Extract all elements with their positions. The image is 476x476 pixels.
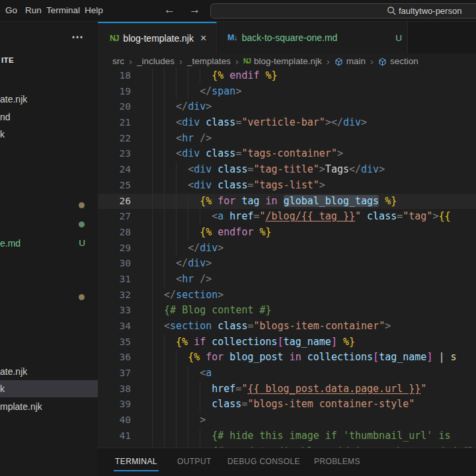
indent-guide <box>152 84 164 100</box>
close-icon[interactable]: × <box>200 32 206 44</box>
code-token: blog_post <box>229 351 283 363</box>
code-line-25[interactable]: 25<div class="tags-list"> <box>98 178 476 194</box>
code-line-content[interactable]: <hr /> <box>131 131 476 147</box>
code-line-content[interactable]: </div> <box>131 256 476 272</box>
code-line-content[interactable]: {# hide this image if 'thumbnail_url' is <box>131 428 476 444</box>
code-token: class <box>218 163 247 175</box>
tab-blog-template-njk[interactable]: NJ blog-template.njk × <box>98 22 217 54</box>
menu-go[interactable]: Go <box>5 5 17 15</box>
git-untracked-dot <box>79 221 85 227</box>
code-line-content[interactable]: </section> <box>131 288 476 303</box>
code-line-content[interactable]: {% for blog_post in collections[tag_name… <box>131 350 476 366</box>
code-line-content[interactable]: {% endfor %} <box>131 225 476 241</box>
more-actions-icon[interactable]: ⋯ <box>71 30 84 44</box>
code-line-27[interactable]: 27<a href="/blog/{{ tag }}" class="tag">… <box>98 209 476 225</box>
indent-guide <box>152 68 164 84</box>
panel-tab-problems[interactable]: PROBLEMS <box>314 457 360 466</box>
code-line-content[interactable]: {% if collections[tag_name] %} <box>131 335 476 350</box>
code-line-41[interactable]: 41{# hide this image if 'thumbnail_url' … <box>98 428 476 444</box>
code-token: > <box>337 147 343 159</box>
code-line-20[interactable]: 20</div> <box>98 99 476 115</box>
code-line-37[interactable]: 37<a <box>98 366 476 381</box>
breadcrumb-item-src[interactable]: src <box>112 56 124 66</box>
command-center-search-box[interactable]: faultytwo-person <box>210 3 476 19</box>
code-line-content[interactable]: <a href="/blog/{{ tag }}" class="tag">{{ <box>131 209 476 225</box>
code-line-38[interactable]: 38href="{{ blog_post.data.page.url }}" <box>98 381 476 397</box>
panel-tab-debug-console[interactable]: DEBUG CONSOLE <box>227 457 300 466</box>
code-line-34[interactable]: 34<section class="blogs-item-container"> <box>98 319 476 335</box>
code-token <box>206 336 212 348</box>
code-line-21[interactable]: 21<div class="verticle-bar"></div> <box>98 115 476 131</box>
code-line-content[interactable]: {% endif %} <box>131 68 476 84</box>
code-line-31[interactable]: 31<hr /> <box>98 272 476 288</box>
code-line-33[interactable]: 33{# Blog content #} <box>98 303 476 319</box>
line-number: 40 <box>98 413 131 428</box>
sidebar-file-row-untracked[interactable]: e.mdU <box>0 235 98 252</box>
code-line-29[interactable]: 29</div> <box>98 241 476 257</box>
code-line-30[interactable]: 30</div> <box>98 256 476 272</box>
sidebar-folder-row[interactable] <box>0 197 98 214</box>
breadcrumb-item-blog-template-njk[interactable]: NJblog-template.njk <box>243 56 322 66</box>
code-token: {% <box>200 226 212 238</box>
code-line-content[interactable]: <a <box>131 366 476 381</box>
indent-guide <box>176 413 188 428</box>
code-line-39[interactable]: 39class="blogs-item container-style" <box>98 397 476 413</box>
code-line-36[interactable]: 36{% for blog_post in collections[tag_na… <box>98 350 476 366</box>
sidebar-folder-row[interactable] <box>0 216 98 233</box>
code-line-24[interactable]: 24<div class="tag-title">Tags</div> <box>98 162 476 178</box>
code-line-40[interactable]: 40> <box>98 413 476 428</box>
code-line-content[interactable]: <div class="verticle-bar"></div> <box>131 115 476 131</box>
code-token: tag_name <box>284 336 331 348</box>
code-line-23[interactable]: 23<div class="tags-container"> <box>98 146 476 162</box>
indent-guide <box>188 381 200 397</box>
forward-arrow-icon[interactable]: → <box>189 3 200 17</box>
code-line-content[interactable]: </span> <box>131 84 476 100</box>
line-number: 38 <box>98 381 131 397</box>
code-line-22[interactable]: 22<hr /> <box>98 131 476 147</box>
breadcrumb-item--includes[interactable]: _includes <box>137 56 175 66</box>
code-line-28[interactable]: 28{% endfor %} <box>98 225 476 241</box>
tab-back-to-square-one-md[interactable]: M↓ back-to-square-one.md U <box>218 22 408 54</box>
sidebar-file-row[interactable]: nd <box>0 108 98 126</box>
code-line-content[interactable]: </div> <box>131 99 476 115</box>
sidebar-file-row[interactable]: k <box>0 126 98 143</box>
code-line-19[interactable]: 19</span> <box>98 84 476 100</box>
code-line-content[interactable]: <div class="tag-title">Tags</div> <box>131 162 476 178</box>
code-line-18[interactable]: 18{% endif %} <box>98 68 476 84</box>
breadcrumb-item-main[interactable]: main <box>335 56 366 66</box>
code-line-content[interactable]: </div> <box>131 241 476 257</box>
code-editor[interactable]: 18{% endif %}19</span>20</div>21<div cla… <box>98 67 476 448</box>
menu-help[interactable]: Help <box>85 5 103 15</box>
search-icon <box>387 6 397 19</box>
sidebar-file-row[interactable]: mplate.njk <box>0 398 98 415</box>
editor-tab-strip: NJ blog-template.njk × M↓ back-to-square… <box>98 22 476 54</box>
breadcrumb-item--templates[interactable]: _templates <box>187 56 231 66</box>
sidebar-file-row-selected[interactable]: k <box>0 380 98 397</box>
code-line-32[interactable]: 32</section> <box>98 288 476 303</box>
back-arrow-icon[interactable]: ← <box>164 3 175 17</box>
code-line-35[interactable]: 35{% if collections[tag_name] %} <box>98 335 476 350</box>
explorer-section-label[interactable]: ITE <box>1 56 14 64</box>
code-line-content[interactable]: {% for tag in global_blog_tags %} <box>131 194 476 210</box>
code-line-content[interactable]: href="{{ blog_post.data.page.url }}" <box>131 381 476 397</box>
sidebar-file-row[interactable]: ate.njk <box>0 363 98 380</box>
indent-guide <box>200 68 212 84</box>
code-line-content[interactable]: <hr /> <box>131 272 476 288</box>
code-line-26[interactable]: 26{% for tag in global_blog_tags %} <box>98 194 476 210</box>
menu-run[interactable]: Run <box>25 5 42 15</box>
code-line-content[interactable]: > <box>131 413 476 428</box>
sidebar-file-row[interactable]: ate.njk <box>0 91 98 108</box>
code-line-content[interactable]: <div class="tags-container"> <box>131 146 476 162</box>
explorer-sidebar: ⋯ ITE ate.njk nd k e.mdU ate.njk k mplat… <box>0 22 98 476</box>
indent-guide <box>164 366 176 381</box>
panel-tab-terminal[interactable]: TERMINAL <box>115 457 157 466</box>
code-line-content[interactable]: class="blogs-item container-style" <box>131 397 476 413</box>
breadcrumb-item-section[interactable]: section <box>378 56 418 66</box>
sidebar-folder-row[interactable] <box>0 289 98 306</box>
code-line-content[interactable]: <section class="blogs-item-container"> <box>131 319 476 335</box>
code-line-content[interactable]: <div class="tags-list"> <box>131 178 476 194</box>
file-label: nd <box>0 112 11 122</box>
panel-tab-output[interactable]: OUTPUT <box>177 457 212 466</box>
menu-terminal[interactable]: Terminal <box>46 5 80 15</box>
code-line-content[interactable]: {# Blog content #} <box>131 303 476 319</box>
